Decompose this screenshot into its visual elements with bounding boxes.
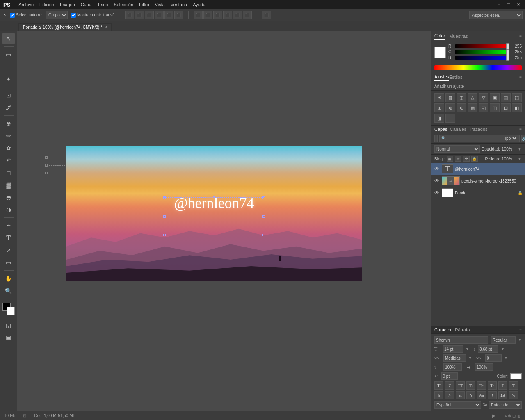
stylistic-btn[interactable]: st: [456, 391, 465, 399]
close-button[interactable]: ×: [515, 2, 522, 7]
char-panel-collapse[interactable]: ≡: [519, 328, 522, 332]
blend-mode-select[interactable]: Normal Disolver Oscurecer Multiplicar: [434, 145, 480, 153]
opacity-arrow[interactable]: ▼: [518, 147, 522, 151]
layer-search-input[interactable]: [447, 136, 500, 141]
layer-filter-select[interactable]: Tipo: [501, 136, 518, 141]
menu-edicion[interactable]: Edición: [39, 2, 54, 7]
eyedropper-tool[interactable]: 🖉: [2, 102, 15, 113]
adjustments-tab[interactable]: Ajustes: [434, 73, 449, 81]
styles-tab[interactable]: Estilos: [449, 74, 462, 80]
menu-ventana[interactable]: Ventana: [171, 2, 187, 7]
menu-ayuda[interactable]: Ayuda: [193, 2, 205, 7]
channels-tab[interactable]: Canales: [450, 127, 466, 132]
layer-item[interactable]: 👁 T @hernleon74: [431, 163, 525, 175]
leading-dropdown[interactable]: ▼: [501, 347, 504, 351]
timeline-play-btn[interactable]: ▶: [492, 413, 495, 418]
hue-bar[interactable]: [434, 65, 522, 70]
align-bottom-btn[interactable]: ⬛: [174, 11, 183, 19]
menu-archivo[interactable]: Archivo: [18, 2, 34, 7]
pen-tool[interactable]: ✒: [2, 220, 15, 231]
kerning-dropdown[interactable]: ▼: [468, 356, 472, 360]
dist-right-btn[interactable]: ⬛: [213, 11, 222, 19]
quick-mask-tool[interactable]: ◱: [2, 320, 15, 331]
layer-item[interactable]: 👁 Fondo 🔒: [431, 187, 525, 199]
brightness-adj-icon[interactable]: ☀: [434, 93, 444, 102]
move-tool[interactable]: ↖: [2, 33, 15, 44]
dist-bottom-btn[interactable]: ⬛: [243, 11, 252, 19]
photofilter-adj-icon[interactable]: ⊕: [434, 103, 444, 112]
threshold-adj-icon[interactable]: ◫: [490, 103, 500, 112]
font-family-input[interactable]: [434, 336, 488, 344]
opacity-value[interactable]: 100%: [502, 147, 516, 151]
dist-center-h-btn[interactable]: ⬛: [203, 11, 212, 19]
lock-pixels-btn[interactable]: ✏: [455, 156, 461, 162]
lasso-tool[interactable]: ⊂: [2, 61, 15, 73]
path-select-tool[interactable]: ↗: [2, 244, 15, 256]
crop-tool[interactable]: ⊡: [2, 89, 15, 101]
shape-tool[interactable]: ▭: [2, 257, 15, 268]
fraction-btn[interactable]: ½: [509, 391, 518, 399]
swash-btn[interactable]: ∂: [445, 391, 454, 399]
allcaps-style-btn[interactable]: TT: [456, 381, 465, 390]
screen-mode-tool[interactable]: ▣: [2, 332, 15, 343]
minimize-button[interactable]: −: [495, 2, 502, 7]
invert-adj-icon[interactable]: ▩: [468, 103, 477, 112]
kerning-input[interactable]: [443, 354, 466, 362]
ligature-btn[interactable]: fi: [434, 391, 443, 399]
align-top-btn[interactable]: ⬛: [155, 11, 164, 19]
adj-panel-collapse[interactable]: ≡: [519, 75, 522, 80]
type-tool[interactable]: T: [2, 232, 15, 244]
ordinal-btn[interactable]: 1st: [498, 391, 507, 399]
levels-adj-icon[interactable]: ▦: [445, 93, 455, 102]
menu-filtro[interactable]: Filtro: [139, 2, 149, 7]
show-transform-checkbox[interactable]: [71, 13, 76, 18]
hsl-adj-icon[interactable]: ▣: [490, 93, 500, 102]
layer-visibility-toggle[interactable]: 👁: [434, 178, 440, 184]
layers-tab[interactable]: Capas: [434, 127, 447, 132]
channelmix-adj-icon[interactable]: ⊗: [445, 103, 455, 112]
bold-style-btn[interactable]: T: [434, 381, 443, 390]
subscript-style-btn[interactable]: Ts: [488, 381, 497, 390]
titling-btn[interactable]: A: [466, 391, 475, 399]
leading-input[interactable]: [478, 345, 498, 353]
wand-tool[interactable]: ✦: [2, 73, 15, 85]
tab-close-button[interactable]: ×: [105, 25, 107, 30]
curves-adj-icon[interactable]: ◫: [457, 93, 466, 102]
align-center-v-btn[interactable]: ⬛: [164, 11, 173, 19]
selective-color-adj-icon[interactable]: ◧: [512, 103, 522, 112]
canvas-image[interactable]: @hernleon74: [66, 146, 362, 281]
hdr-adj-icon[interactable]: ▫: [445, 114, 455, 123]
history-tool[interactable]: ↶: [2, 155, 15, 166]
background-color[interactable]: [7, 307, 15, 315]
green-slider[interactable]: [455, 50, 509, 54]
dist-center-v-btn[interactable]: ⬛: [233, 11, 242, 19]
red-slider[interactable]: [455, 44, 509, 48]
blue-slider[interactable]: [455, 56, 509, 60]
auto-select-checkbox[interactable]: [10, 13, 15, 18]
document-tab[interactable]: Portada al 100% (@hernleon74, CMYK/8) * …: [18, 23, 112, 31]
italic-style-btn[interactable]: T: [445, 381, 454, 390]
align-right-btn[interactable]: ⬛: [145, 11, 154, 19]
discretionary-btn[interactable]: T: [488, 391, 497, 399]
font-style-dropdown-arrow[interactable]: ▼: [518, 338, 522, 342]
lock-art-btn[interactable]: 🔒: [471, 156, 478, 162]
gradient-map-adj-icon[interactable]: ⊞: [501, 103, 511, 112]
scale-v-input[interactable]: [475, 363, 493, 371]
scale-h-input[interactable]: [443, 363, 462, 371]
color-panel-tab[interactable]: Color: [434, 32, 445, 40]
blur-tool[interactable]: ◓: [2, 192, 15, 203]
maximize-button[interactable]: □: [505, 2, 512, 7]
vibrance-adj-icon[interactable]: ▽: [479, 93, 488, 102]
gradient-tool[interactable]: ▓: [2, 179, 15, 191]
tracking-input[interactable]: [485, 354, 502, 362]
layer-visibility-toggle[interactable]: 👁: [434, 189, 440, 196]
zoom-tool[interactable]: 🔍: [2, 285, 15, 297]
link-layers-btn[interactable]: 🔗: [521, 135, 525, 142]
fill-arrow[interactable]: ▼: [518, 157, 522, 161]
colorlookup-adj-icon[interactable]: ⊙: [457, 103, 466, 112]
font-style-input[interactable]: [491, 336, 516, 344]
layer-type-filter[interactable]: T: [434, 135, 438, 142]
stamp-tool[interactable]: ✿: [2, 142, 15, 154]
menu-capa[interactable]: Capa: [81, 2, 91, 7]
font-size-input[interactable]: [443, 345, 463, 353]
